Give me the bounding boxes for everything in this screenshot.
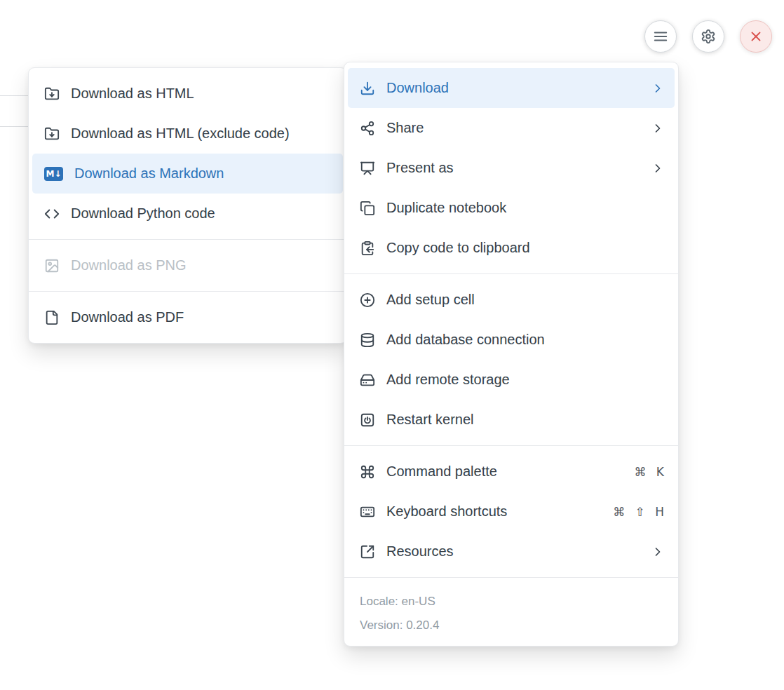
power-icon (360, 412, 375, 428)
menu-item-label: Download as PNG (71, 257, 333, 273)
shortcut-hint: ⌘ K (634, 465, 665, 479)
version-text: Version: 0.20.4 (360, 614, 663, 637)
locale-text: Locale: en-US (360, 590, 663, 614)
submenu-item-download-png: Download as PNG (32, 245, 343, 285)
database-icon (360, 332, 375, 348)
settings-button[interactable] (692, 20, 724, 53)
menu-item-label: Download as HTML (exclude code) (71, 126, 333, 142)
menu-footer: Locale: en-US Version: 0.20.4 (344, 583, 678, 640)
download-icon (360, 81, 375, 96)
menu-item-label: Present as (386, 160, 640, 176)
plus-circle-icon (360, 292, 375, 308)
menu-item-add-database-connection[interactable]: Add database connection (348, 320, 675, 360)
chevron-right-icon (651, 545, 665, 559)
menu-item-add-setup-cell[interactable]: Add setup cell (348, 280, 675, 320)
menu-item-restart-kernel[interactable]: Restart kernel (348, 400, 675, 440)
menu-trigger-button[interactable] (644, 20, 677, 53)
menu-item-share[interactable]: Share (348, 108, 675, 148)
copy-icon (360, 201, 375, 216)
chevron-right-icon (651, 161, 665, 175)
menu-item-label: Download as PDF (71, 309, 333, 325)
download-submenu: Download as HTML Download as HTML (exclu… (28, 67, 347, 344)
menu-item-label: Download (386, 80, 640, 96)
folder-down-icon (44, 86, 60, 102)
menu-item-copy-code[interactable]: Copy code to clipboard (348, 228, 675, 268)
clipboard-copy-icon (360, 241, 375, 256)
menu-item-present-as[interactable]: Present as (348, 148, 675, 188)
menu-item-label: Download as HTML (71, 86, 333, 102)
presentation-icon (360, 161, 375, 176)
command-icon (360, 464, 375, 480)
menu-separator (344, 445, 678, 446)
menu-item-label: Duplicate notebook (386, 200, 665, 216)
menu-item-resources[interactable]: Resources (348, 532, 675, 571)
menu-separator (344, 577, 678, 578)
file-icon (44, 310, 60, 325)
menu-item-label: Command palette (386, 464, 623, 480)
menu-item-duplicate-notebook[interactable]: Duplicate notebook (348, 188, 675, 228)
menu-item-label: Restart kernel (386, 412, 665, 428)
close-button[interactable] (740, 20, 772, 53)
submenu-item-download-python-code[interactable]: Download Python code (32, 194, 343, 234)
menu-item-label: Resources (386, 543, 640, 560)
markdown-icon: M↓ (44, 166, 63, 182)
folder-down-icon (44, 126, 60, 142)
menu-item-label: Keyboard shortcuts (386, 503, 602, 520)
external-link-icon (360, 544, 375, 560)
menu-item-label: Copy code to clipboard (386, 240, 665, 256)
background-page-edge (0, 95, 29, 127)
menu-item-label: Download as Markdown (74, 165, 333, 182)
menu-item-download[interactable]: Download (348, 68, 675, 108)
menu-item-label: Share (386, 120, 640, 136)
chevron-right-icon (651, 81, 665, 95)
submenu-item-download-markdown[interactable]: M↓ Download as Markdown (32, 154, 343, 194)
menu-item-label: Download Python code (71, 205, 333, 222)
submenu-item-download-html[interactable]: Download as HTML (32, 74, 343, 114)
chevron-right-icon (651, 121, 665, 135)
menu-item-label: Add database connection (386, 332, 665, 348)
shortcut-hint: ⌘ ⇧ H (613, 505, 665, 519)
notebook-actions-menu: Download Share Present as Duplicate note… (344, 62, 679, 647)
hard-drive-icon (360, 372, 375, 388)
menu-separator (29, 291, 346, 292)
menu-item-keyboard-shortcuts[interactable]: Keyboard shortcuts ⌘ ⇧ H (348, 492, 675, 532)
image-icon (44, 258, 60, 273)
keyboard-icon (360, 504, 375, 520)
menu-separator (344, 273, 678, 274)
submenu-item-download-pdf[interactable]: Download as PDF (32, 297, 343, 337)
submenu-item-download-html-exclude-code[interactable]: Download as HTML (exclude code) (32, 114, 343, 154)
menu-item-command-palette[interactable]: Command palette ⌘ K (348, 452, 675, 492)
menu-item-label: Add remote storage (386, 372, 665, 388)
hamburger-icon (653, 29, 668, 44)
code-icon (44, 206, 60, 222)
menu-separator (29, 239, 346, 240)
menu-item-add-remote-storage[interactable]: Add remote storage (348, 360, 675, 400)
gear-icon (701, 29, 716, 44)
markdown-badge: M↓ (44, 167, 63, 181)
share-icon (360, 121, 375, 136)
close-icon (748, 29, 764, 44)
menu-item-label: Add setup cell (386, 292, 665, 308)
